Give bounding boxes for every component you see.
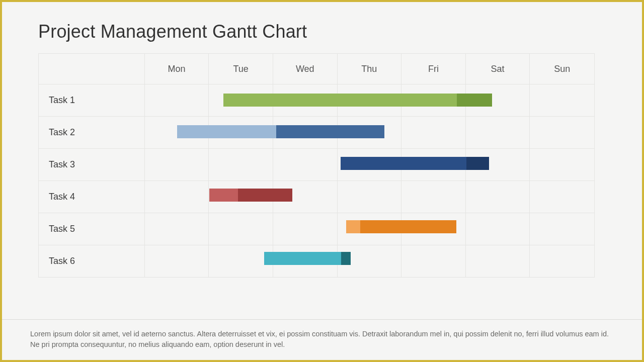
gantt-grid: Mon Tue Wed Thu Fri Sat Sun Task 1 Task … — [38, 53, 595, 278]
task-row-2: Task 2 — [39, 117, 594, 149]
task-label: Task 5 — [39, 213, 145, 245]
task-row-4: Task 4 — [39, 181, 594, 213]
task-label: Task 2 — [39, 117, 145, 148]
footer-caption: Lorem ipsum dolor sit amet, vel id aeter… — [2, 319, 642, 360]
day-header-sun: Sun — [530, 54, 594, 84]
day-header-tue: Tue — [209, 54, 273, 84]
day-header-thu: Thu — [338, 54, 402, 84]
corner-cell — [39, 54, 145, 84]
task-row-6: Task 6 — [39, 245, 594, 278]
task-row-3: Task 3 — [39, 149, 594, 181]
day-header-mon: Mon — [145, 54, 209, 84]
task-label: Task 6 — [39, 245, 145, 277]
gantt-header-row: Mon Tue Wed Thu Fri Sat Sun — [39, 54, 594, 84]
day-header-sat: Sat — [466, 54, 530, 84]
page-title: Project Management Gantt Chart — [38, 21, 606, 42]
task-label: Task 4 — [39, 181, 145, 213]
task-label: Task 1 — [39, 84, 145, 116]
task-row-1: Task 1 — [39, 84, 594, 117]
task-row-5: Task 5 — [39, 213, 594, 245]
day-header-fri: Fri — [401, 54, 466, 84]
day-header-wed: Wed — [273, 54, 338, 84]
task-label: Task 3 — [39, 149, 145, 180]
